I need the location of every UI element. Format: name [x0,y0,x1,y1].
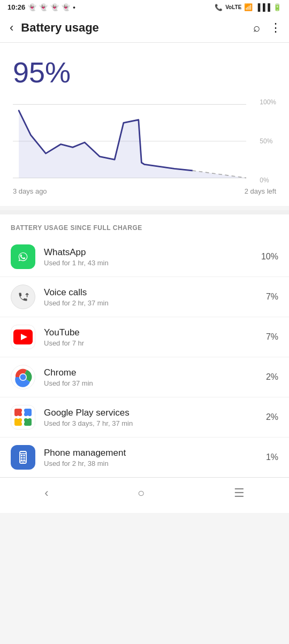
youtube-name: YouTube [44,327,254,338]
chart-x-labels: 3 days ago 2 days left [13,187,276,195]
voice-percent: 7% [259,292,278,302]
phonemgmt-icon [11,445,35,470]
dot-icon: • [73,3,75,11]
snapchat-icon-4: 👻 [62,3,70,11]
battery-icon: 🔋 [273,3,282,11]
status-right: 📞 VoLTE 📶 ▐▐▐ 🔋 [215,3,282,11]
battery-percent: 95% [13,56,276,89]
voice-name: Voice calls [44,287,254,298]
whatsapp-icon [11,244,35,269]
svg-point-15 [21,411,25,414]
svg-rect-11 [14,409,22,416]
whatsapp-name: WhatsApp [44,247,254,258]
list-item: Chrome Used for 37 min 2% [0,357,289,397]
snapchat-icon-1: 👻 [28,3,36,11]
phonemgmt-info: Phone management Used for 2 hr, 38 min [44,448,254,467]
phonemgmt-percent: 1% [259,453,278,462]
chart-y-labels: 100% 50% 0% [256,98,276,184]
chrome-info: Chrome Used for 37 min [44,367,254,387]
nav-menu-button[interactable]: ☰ [221,483,257,503]
whatsapp-time: Used for 1 hr, 43 min [44,259,254,267]
status-left: 10:26 👻 👻 👻 👻 • [7,3,75,11]
chrome-time: Used for 37 min [44,379,254,387]
battery-chart: 100% 50% 0% [13,98,276,184]
svg-rect-14 [24,418,32,426]
svg-rect-24 [21,455,22,456]
voice-icon [11,285,35,309]
svg-rect-12 [24,409,32,416]
gplay-info: Google Play services Used for 3 days, 7 … [44,408,254,427]
list-item: YouTube Used for 7 hr 7% [0,317,289,357]
chart-end-label: 2 days left [245,187,276,195]
app-bar: ‹ Battery usage ⌕ ⋮ [0,13,289,43]
gplay-name: Google Play services [44,408,254,418]
chrome-percent: 2% [259,372,278,382]
svg-rect-28 [21,459,22,461]
youtube-icon [11,325,35,349]
svg-point-17 [26,416,29,419]
signal-icon: ▐▐▐ [255,3,270,11]
phonemgmt-name: Phone management [44,448,254,458]
svg-rect-25 [24,455,25,456]
phonemgmt-time: Used for 2 hr, 38 min [44,459,254,467]
status-bar: 10:26 👻 👻 👻 👻 • 📞 VoLTE 📶 ▐▐▐ 🔋 [0,0,289,13]
y-label-50: 50% [260,137,276,145]
svg-rect-29 [24,459,25,461]
whatsapp-percent: 10% [259,252,278,262]
youtube-time: Used for 7 hr [44,339,254,347]
app-bar-actions: ⌕ ⋮ [253,21,282,35]
nav-home-button[interactable]: ○ [125,483,157,503]
svg-point-18 [21,420,25,424]
list-item: Voice calls Used for 2 hr, 37 min 7% [0,277,289,317]
svg-point-16 [17,416,20,419]
usage-section: BATTERY USAGE SINCE FULL CHARGE WhatsApp… [0,214,289,477]
battery-section: 95% 100% 50% 0% 3 days ago 2 days left [0,43,289,206]
svg-rect-26 [21,457,22,459]
usage-section-header: BATTERY USAGE SINCE FULL CHARGE [0,214,289,237]
list-item: Google Play services Used for 3 days, 7 … [0,397,289,438]
snapchat-icon-2: 👻 [39,3,48,11]
voice-info: Voice calls Used for 2 hr, 37 min [44,287,254,307]
bottom-nav: ‹ ○ ☰ [0,477,289,513]
back-button[interactable]: ‹ [7,19,16,37]
chrome-name: Chrome [44,367,254,378]
page-title: Battery usage [21,21,248,35]
voice-time: Used for 2 hr, 37 min [44,299,254,307]
nav-back-button[interactable]: ‹ [32,483,61,503]
call-icon: 📞 [215,4,223,11]
chart-svg [13,98,276,184]
more-options-button[interactable]: ⋮ [270,21,282,35]
status-time: 10:26 [7,3,25,11]
chart-start-label: 3 days ago [13,187,47,195]
list-item: WhatsApp Used for 1 hr, 43 min 10% [0,237,289,277]
youtube-percent: 7% [259,332,278,342]
svg-rect-27 [24,457,25,459]
gplay-time: Used for 3 days, 7 hr, 37 min [44,419,254,427]
svg-point-4 [16,249,31,264]
divider [0,210,289,214]
svg-point-9 [20,374,26,380]
whatsapp-info: WhatsApp Used for 1 hr, 43 min [44,247,254,267]
gplay-percent: 2% [259,412,278,422]
lte-icon: VoLTE [225,4,241,10]
svg-rect-13 [14,418,22,426]
wifi-icon: 📶 [244,3,253,11]
youtube-info: YouTube Used for 7 hr [44,327,254,347]
snapchat-icon-3: 👻 [50,3,59,11]
y-label-0: 0% [260,177,276,184]
search-button[interactable]: ⌕ [253,21,260,35]
gplay-icon [11,405,35,430]
y-label-100: 100% [260,98,276,106]
svg-point-23 [22,462,24,463]
list-item: Phone management Used for 2 hr, 38 min 1… [0,438,289,477]
chrome-icon [11,365,35,389]
